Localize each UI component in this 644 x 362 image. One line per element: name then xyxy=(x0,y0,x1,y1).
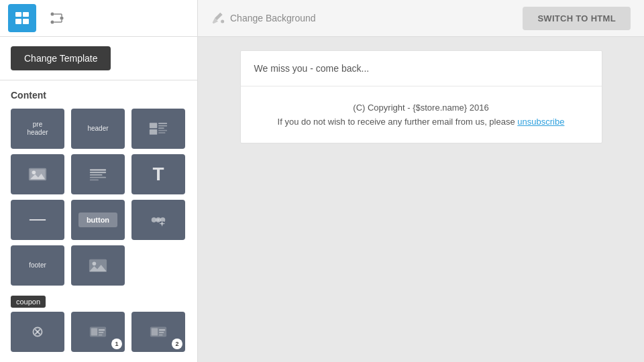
content-heading: Content xyxy=(11,90,186,101)
coupon-2-icon xyxy=(149,322,168,341)
sidebar-tabs xyxy=(0,0,197,37)
text-lines-icon xyxy=(89,165,107,184)
svg-rect-0 xyxy=(15,12,21,17)
svg-point-39 xyxy=(93,261,97,265)
email-body: We miss you - come back... (C) Copyright… xyxy=(240,50,602,143)
sidebar: Change Template Content preheader header xyxy=(0,0,198,362)
change-template-button[interactable]: Change Template xyxy=(11,46,111,70)
image-link-icon xyxy=(89,256,107,275)
block-footer[interactable]: footer xyxy=(11,245,64,286)
svg-rect-24 xyxy=(90,174,103,176)
change-bg-label: Change Background xyxy=(230,13,316,23)
svg-point-6 xyxy=(60,17,64,20)
svg-rect-22 xyxy=(90,170,106,171)
block-pre-header[interactable]: preheader xyxy=(11,109,64,149)
svg-rect-17 xyxy=(158,132,166,133)
unsub-text: If you do not wish to receive any furthe… xyxy=(278,117,518,127)
svg-rect-15 xyxy=(158,127,164,129)
change-template-section: Change Template xyxy=(0,37,197,80)
block-image-link[interactable] xyxy=(71,245,125,286)
svg-rect-16 xyxy=(158,130,167,131)
svg-point-58 xyxy=(221,20,224,23)
paint-bucket-icon xyxy=(211,11,225,25)
email-footer-area: (C) Copyright - {$store.name} 2016 If yo… xyxy=(241,86,602,143)
block-image[interactable] xyxy=(11,154,64,194)
coupon-1-icon xyxy=(89,322,107,341)
block-header[interactable]: header xyxy=(71,109,125,149)
divider-icon xyxy=(28,210,47,229)
unsubscribe-link[interactable]: unsubscribe xyxy=(517,117,564,127)
svg-point-4 xyxy=(51,13,54,16)
svg-rect-23 xyxy=(90,172,106,173)
coupon-section: coupon xyxy=(11,295,186,352)
block-divider[interactable] xyxy=(11,200,64,240)
coupon-1-badge: 1 xyxy=(111,339,122,349)
coupon-main-icon xyxy=(28,322,47,341)
social-icon xyxy=(149,210,168,229)
svg-rect-13 xyxy=(158,123,167,124)
svg-rect-14 xyxy=(158,125,167,127)
svg-rect-53 xyxy=(159,335,163,336)
button-preview-icon: button xyxy=(78,213,117,227)
svg-point-28 xyxy=(152,217,156,222)
svg-rect-2 xyxy=(15,19,21,24)
svg-point-20 xyxy=(32,170,36,174)
block-text-T[interactable]: T xyxy=(131,154,185,194)
email-canvas: We miss you - come back... (C) Copyright… xyxy=(198,37,644,362)
change-background-button[interactable]: Change Background xyxy=(211,11,316,25)
svg-rect-11 xyxy=(150,123,157,128)
tab-content[interactable] xyxy=(8,4,36,32)
switch-to-html-button[interactable]: SWITCH TO HTML xyxy=(523,7,631,30)
svg-rect-52 xyxy=(159,332,164,333)
svg-rect-46 xyxy=(99,329,105,330)
coupon-tag: coupon xyxy=(11,296,46,308)
block-social[interactable] xyxy=(131,200,185,240)
main-area: Change Background SWITCH TO HTML We miss… xyxy=(198,0,644,362)
svg-rect-48 xyxy=(99,335,103,336)
svg-rect-45 xyxy=(91,328,97,335)
svg-point-33 xyxy=(161,223,164,225)
image-text-icon xyxy=(149,119,168,138)
block-image-text[interactable] xyxy=(131,109,185,149)
svg-point-5 xyxy=(51,21,54,24)
block-coupon-2[interactable]: 2 xyxy=(131,312,185,352)
main-toolbar: Change Background SWITCH TO HTML xyxy=(198,0,644,37)
email-preview-text: We miss you - come back... xyxy=(241,51,602,86)
svg-rect-50 xyxy=(152,328,158,335)
email-copyright: (C) Copyright - {$store.name} 2016 xyxy=(254,103,588,113)
content-grid: preheader header xyxy=(11,109,186,286)
svg-point-31 xyxy=(157,219,160,221)
image-icon xyxy=(28,165,47,184)
svg-rect-47 xyxy=(99,332,103,333)
coupon-2-badge: 2 xyxy=(172,339,182,349)
svg-rect-25 xyxy=(90,177,106,178)
block-coupon-main[interactable] xyxy=(11,312,64,352)
block-text-lines[interactable] xyxy=(71,154,125,194)
coupon-grid: 1 2 xyxy=(11,312,186,352)
svg-rect-12 xyxy=(150,129,157,135)
svg-rect-3 xyxy=(23,19,29,24)
svg-rect-26 xyxy=(90,179,99,180)
email-unsub-line: If you do not wish to receive any furthe… xyxy=(254,117,588,127)
svg-rect-51 xyxy=(159,329,165,330)
text-T-icon: T xyxy=(152,165,164,184)
preview-text-content: We miss you - come back... xyxy=(254,63,370,74)
tab-settings[interactable] xyxy=(43,4,71,32)
svg-rect-1 xyxy=(23,12,29,17)
content-section: Content preheader header xyxy=(0,80,197,362)
block-button[interactable]: button xyxy=(71,200,125,240)
block-coupon-1[interactable]: 1 xyxy=(71,312,125,352)
